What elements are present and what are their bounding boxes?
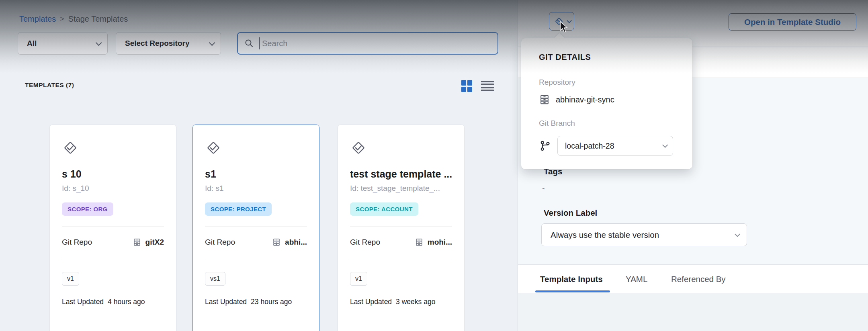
template-title: test stage template ...: [350, 168, 452, 180]
templates-count-label: TEMPLATES (7): [25, 82, 74, 89]
template-id: Id: test_stage_template_...: [350, 184, 452, 193]
repository-filter-value: Select Repository: [125, 39, 190, 48]
last-updated-value: 23 hours ago: [251, 298, 292, 306]
version-label-select[interactable]: Always use the stable version: [541, 223, 747, 246]
git-details-popover: GIT DETAILS Repository abhinav-git-sync …: [521, 38, 692, 169]
last-updated-label: Last Updated: [205, 298, 247, 306]
view-toggle-group: [461, 80, 494, 92]
search-icon: [244, 39, 254, 48]
type-filter-dropdown[interactable]: All: [18, 32, 108, 55]
divider: [350, 226, 452, 227]
mouse-cursor: [559, 21, 569, 33]
version-label-value: Always use the stable version: [551, 230, 659, 240]
template-id: Id: s1: [205, 184, 307, 193]
active-tab-underline: [535, 290, 610, 292]
stage-template-icon: [350, 139, 367, 156]
git-branch-label: Git Branch: [539, 119, 676, 128]
git-repo-value: gitX2: [145, 238, 164, 247]
open-in-template-studio-button[interactable]: Open in Template Studio: [729, 13, 856, 31]
last-updated-value: 4 hours ago: [108, 298, 145, 306]
last-updated-label: Last Updated: [350, 298, 392, 306]
git-repo-label: Git Repo: [205, 238, 235, 247]
git-branch-value: local-patch-28: [565, 141, 614, 151]
divider: [62, 226, 164, 227]
repository-filter-dropdown[interactable]: Select Repository: [116, 32, 221, 55]
tags-value: -: [542, 184, 545, 193]
divider: [205, 226, 307, 227]
git-repo-label: Git Repo: [350, 238, 380, 247]
template-title: s 10: [62, 168, 164, 180]
version-chip: v1: [350, 272, 367, 286]
divider: [62, 259, 164, 259]
template-id: Id: s_10: [62, 184, 164, 193]
scope-badge: SCOPE: ACCOUNT: [350, 202, 418, 216]
breadcrumb-templates-link[interactable]: Templates: [19, 14, 56, 24]
details-tabbar: Template Inputs YAML Referenced By: [518, 264, 868, 293]
divider: [205, 259, 307, 259]
repository-icon: [539, 94, 550, 105]
version-label-heading: Version Label: [544, 208, 597, 218]
toolbar-divider: [0, 64, 518, 64]
tab-template-inputs[interactable]: Template Inputs: [540, 274, 603, 284]
type-filter-value: All: [27, 39, 37, 48]
search-placeholder: Search: [262, 39, 287, 48]
template-card-test-stage[interactable]: test stage template ... Id: test_stage_t…: [338, 125, 465, 331]
list-view-icon[interactable]: [481, 80, 494, 92]
chevron-down-icon: [209, 39, 215, 46]
git-repo-value: mohi...: [428, 238, 452, 247]
version-chip: vs1: [205, 272, 225, 286]
tab-yaml[interactable]: YAML: [626, 274, 647, 284]
repository-value: abhinav-git-sync: [556, 95, 614, 104]
chevron-down-icon: [735, 231, 740, 237]
repository-icon: [272, 238, 281, 247]
chevron-down-icon: [96, 39, 102, 46]
grid-view-icon[interactable]: [461, 80, 472, 92]
chevron-down-icon: [662, 142, 668, 148]
git-branch-select[interactable]: local-patch-28: [557, 136, 673, 156]
template-title: s1: [205, 168, 307, 180]
git-repo-value: abhi...: [285, 238, 307, 247]
git-branch-icon: [539, 140, 551, 152]
breadcrumb-separator: >: [60, 15, 64, 23]
search-input[interactable]: Search: [237, 32, 498, 55]
git-details-title: GIT DETAILS: [539, 53, 676, 62]
template-details-panel: Open in Template Studio GIT DETAILS Repo…: [518, 0, 868, 331]
stage-template-icon: [205, 139, 222, 156]
last-updated-label: Last Updated: [62, 298, 104, 306]
scope-badge: SCOPE: ORG: [62, 202, 113, 216]
repository-icon: [415, 238, 424, 247]
tab-content-area: [518, 293, 868, 331]
template-card-s10[interactable]: s 10 Id: s_10 SCOPE: ORG Git Repo gitX2 …: [49, 125, 176, 331]
template-card-s1[interactable]: s1 Id: s1 SCOPE: PROJECT Git Repo abhi..…: [192, 125, 319, 331]
repository-icon: [133, 238, 141, 247]
tab-referenced-by[interactable]: Referenced By: [671, 274, 726, 284]
version-chip: v1: [62, 272, 79, 286]
last-updated-value: 3 weeks ago: [396, 298, 435, 306]
scope-badge: SCOPE: PROJECT: [205, 202, 272, 216]
filter-toolbar: All Select Repository Search: [0, 32, 518, 55]
repository-label: Repository: [539, 78, 676, 87]
stage-template-icon: [62, 139, 79, 156]
templates-list-panel: Templates > Stage Templates All Select R…: [0, 0, 518, 331]
breadcrumb-current: Stage Templates: [68, 14, 128, 24]
breadcrumb: Templates > Stage Templates: [19, 14, 128, 24]
git-repo-label: Git Repo: [62, 238, 92, 247]
text-caret: [259, 37, 260, 49]
divider: [350, 259, 452, 259]
